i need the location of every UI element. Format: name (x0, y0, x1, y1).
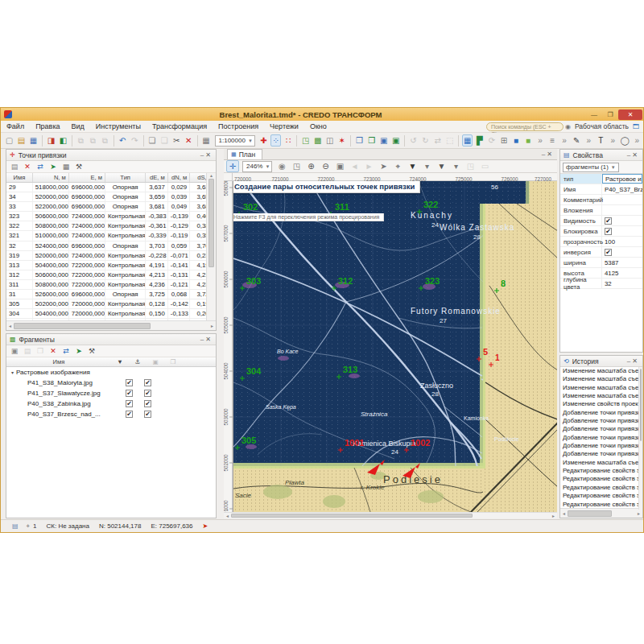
tab-plan[interactable]: ▦ План (227, 149, 262, 159)
save-icon[interactable]: ▦ (28, 134, 39, 147)
column-header-4[interactable]: dE, м (146, 173, 167, 182)
history-item[interactable]: Изменение свойств проекта (560, 400, 642, 408)
history-panel-header[interactable]: ⟲ История –✕ (560, 356, 642, 367)
points-hscrollbar[interactable]: ◄ ► (6, 320, 216, 330)
minimize-button[interactable]: — (586, 109, 602, 120)
view-next-icon[interactable]: ► (362, 160, 375, 172)
column-header-0[interactable]: Имя (6, 173, 33, 182)
new-document-icon[interactable]: ▢ (4, 134, 14, 147)
green-point-label[interactable]: 305 (242, 436, 256, 445)
paste-icon[interactable]: ⧉ (100, 134, 110, 147)
tools-icon[interactable]: ⚒ (73, 162, 85, 172)
properties-object-selector[interactable]: фрагменты (1) ▼ (563, 163, 619, 172)
menu-чертежи[interactable]: Чертежи (264, 121, 304, 133)
filter2-arrow[interactable]: ▾ (449, 160, 462, 172)
property-row[interactable]: прозрачность100 (560, 237, 642, 247)
green-point-label[interactable]: 304 (246, 366, 262, 376)
history-item[interactable]: Редактирование свойств элеме (560, 475, 642, 483)
relocate-icon[interactable]: ⇄ (35, 162, 46, 172)
history-item[interactable]: Редактирование свойств элеме (560, 467, 642, 475)
points-panel-header[interactable]: ✛ Точки привязки –✕ (6, 150, 216, 161)
history-list[interactable]: Изменение масштаба съемкиИзменение масшт… (560, 367, 642, 510)
fragments-close-icon[interactable]: ✕ (205, 336, 213, 343)
column-header-3[interactable]: Тип (105, 173, 146, 182)
visibility-checkbox[interactable]: ✔ (126, 379, 133, 386)
link-blue-icon[interactable]: ❐ (354, 134, 365, 147)
sheet-blue-icon[interactable]: ▣ (378, 134, 389, 147)
menu-файл[interactable]: Файл (1, 121, 30, 133)
history-item[interactable]: Редактирование свойств элеме (560, 484, 642, 492)
pencil-icon[interactable]: ✎ (572, 134, 582, 147)
pan-icon[interactable]: ✛ (226, 160, 239, 172)
filter-icon[interactable]: ▼ (406, 160, 419, 172)
menu-трансформация[interactable]: Трансформация (147, 121, 213, 133)
table-row[interactable]: 322508000,000724000,000Контрольная-0,361… (6, 221, 216, 231)
table-row[interactable]: 311508000,000722000,000Контрольная4,236-… (6, 280, 216, 290)
fill-green-swatch[interactable]: ■ (522, 134, 533, 147)
red-point-label[interactable]: 1001 (345, 438, 364, 448)
column-header-1[interactable]: N, м (33, 173, 69, 182)
table-row[interactable]: 321510000,000724000,000Контрольная-0,339… (6, 231, 216, 241)
menu-вид[interactable]: Вид (66, 121, 90, 133)
zoom-combo[interactable]: 246%▼ (242, 161, 272, 172)
printer-icon[interactable]: ▤ (12, 522, 19, 530)
plan-close-icon[interactable]: ✕ (547, 151, 554, 158)
view-prev-icon[interactable]: ◄ (348, 160, 361, 172)
overflow-3[interactable]: » (584, 134, 594, 147)
property-row[interactable]: ИмяP40_S37_Brzesc_... (560, 184, 642, 195)
points-table[interactable]: 29518000,000696000,000Опорная3,6370,0293… (6, 183, 216, 322)
history-item[interactable]: Добавление точки привязки (560, 409, 642, 417)
table-row[interactable]: 319520000,000724000,000Контрольная-0,228… (6, 251, 216, 261)
list-item[interactable]: P41_S37_Slawatycze.jpg✔✔ (6, 388, 216, 398)
zoom-in-icon[interactable]: ⊕ (304, 160, 317, 172)
raster-grid-icon[interactable]: ▩ (312, 134, 323, 147)
delete-fragment-icon[interactable]: ✕ (47, 346, 59, 357)
list-item[interactable]: P41_S38_Maloryta.jpg✔✔ (6, 378, 216, 388)
table-row[interactable]: 29518000,000696000,000Опорная3,6370,0293… (6, 183, 216, 192)
cut-icon[interactable]: ⧉ (76, 134, 86, 147)
points-vscrollbar[interactable]: ▲ (206, 173, 216, 322)
title-bar[interactable]: Brest_Malorita1.tmd* - CREDO ТРАНСФОРМ —… (1, 108, 643, 121)
history-item[interactable]: Изменение масштаба съемки (560, 459, 642, 467)
refresh-icon[interactable]: ⟳ (486, 134, 497, 147)
points-close-icon[interactable]: ✕ (205, 151, 213, 159)
sheet-green-icon[interactable]: ▣ (390, 134, 401, 147)
open-fragment-icon[interactable]: ▤ (22, 346, 33, 357)
zoom-out-icon[interactable]: ⊖ (319, 160, 332, 172)
menu-окно[interactable]: Окно (304, 121, 332, 133)
cursor-mode-icon[interactable]: ➤ (203, 522, 208, 530)
table-row[interactable]: 312506000,000722000,000Контрольная4,213-… (6, 270, 216, 280)
properties-panel-header[interactable]: ▤ Свойства –✕ (560, 150, 642, 161)
fragments-columns-header[interactable]: Имя ▼ ⚓ ▣ ❐ (6, 357, 216, 367)
visibility-checkbox[interactable]: ✔ (144, 390, 151, 397)
scissors-icon[interactable]: ✂ (171, 134, 182, 147)
clean-raster-icon[interactable]: ⊞ (498, 134, 509, 147)
list-item[interactable]: P40_S38_Zabinka.jpg✔✔ (6, 398, 216, 409)
property-row[interactable]: инверсия✔ (560, 247, 642, 258)
anchor-column-icon[interactable]: ⚓ (129, 358, 147, 365)
menu-правка[interactable]: Правка (30, 121, 65, 133)
snap-icon[interactable]: ⌖ (27, 522, 31, 530)
property-row[interactable]: Комментарий (560, 195, 642, 205)
table-row[interactable]: 32524000,000696000,000Опорная3,7030,0593… (6, 242, 216, 251)
history-close-icon[interactable]: ✕ (632, 357, 639, 365)
select-frame-icon[interactable]: ◳ (290, 160, 303, 172)
table-row[interactable]: 313504000,000722000,000Контрольная4,191-… (6, 261, 216, 270)
copy-doc-icon[interactable]: ❏ (159, 134, 170, 147)
overflow-1[interactable]: » (535, 134, 546, 147)
history-item[interactable]: Изменение масштаба съемки (560, 384, 642, 392)
points-list-icon[interactable]: ∷ (283, 134, 293, 147)
copy-points-icon[interactable]: ▤ (9, 162, 20, 172)
history-vscrollbar[interactable] (638, 367, 642, 510)
column-header-2[interactable]: E, м (69, 173, 105, 182)
rotate-left-icon[interactable]: ↺ (408, 134, 419, 147)
overflow-5[interactable]: » (632, 134, 642, 147)
table-row[interactable]: 34520000,000696000,000Опорная3,6590,0393… (6, 192, 216, 202)
table-settings-icon[interactable]: ▦ (60, 162, 72, 172)
frame-a-icon[interactable]: ◳ (464, 160, 477, 172)
link-green-icon[interactable]: ❐ (366, 134, 377, 147)
add-pair-points-icon[interactable]: ⁘ (270, 134, 281, 147)
pick-point-icon[interactable]: ➤ (47, 162, 59, 172)
history-item[interactable]: Изменение масштаба съемки (560, 375, 642, 383)
pick-fragment-icon[interactable]: ➤ (73, 346, 85, 357)
